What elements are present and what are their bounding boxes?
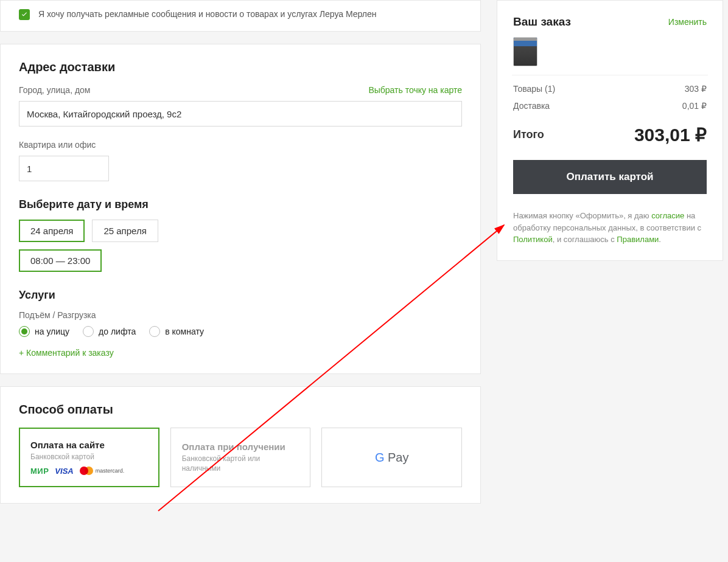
date-option-1[interactable]: 25 апреля	[92, 220, 158, 242]
lift-option-0[interactable]: на улицу	[19, 326, 69, 337]
address-input[interactable]	[19, 101, 462, 127]
payment-option-title: Оплата при получении	[182, 442, 299, 452]
marketing-checkbox[interactable]	[19, 9, 30, 20]
services-heading: Услуги	[19, 289, 462, 302]
radio-icon	[83, 326, 94, 337]
divider	[512, 75, 708, 75]
items-label: Товары (1)	[513, 84, 555, 94]
payment-option-onsite[interactable]: Оплата на сайте Банковской картой МИР VI…	[19, 428, 159, 487]
card-logos: МИР VISA mastercard.	[30, 467, 148, 476]
delivery-section: Адрес доставки Город, улица, дом Выбрать…	[0, 44, 481, 374]
lift-label: Подъём / Разгрузка	[19, 310, 462, 320]
mastercard-logo: mastercard.	[80, 467, 125, 475]
lift-option-label: на улицу	[35, 327, 69, 336]
payment-option-sub: Банковской картой или наличными	[182, 454, 299, 473]
add-comment-link[interactable]: + Комментарий к заказу	[19, 348, 462, 358]
delivery-price: 0,01 ₽	[682, 101, 707, 111]
visa-logo: VISA	[55, 467, 73, 476]
total-price: 303,01 ₽	[634, 124, 707, 145]
lift-option-label: до лифта	[99, 327, 136, 336]
apartment-label: Квартира или офис	[19, 140, 462, 150]
payment-section: Способ оплаты Оплата на сайте Банковской…	[0, 386, 481, 504]
lift-option-1[interactable]: до лифта	[83, 326, 136, 337]
mir-logo: МИР	[30, 467, 49, 476]
lift-option-2[interactable]: в комнату	[149, 326, 204, 337]
gpay-logo: G Pay	[333, 438, 450, 477]
order-summary: Ваш заказ Изменить Товары (1) 303 ₽ Дост…	[497, 0, 723, 261]
payment-option-gpay[interactable]: G Pay	[321, 428, 462, 487]
payment-option-onreceipt[interactable]: Оплата при получении Банковской картой и…	[170, 428, 311, 487]
pay-button[interactable]: Оплатить картой	[513, 160, 707, 194]
edit-order-link[interactable]: Изменить	[668, 17, 707, 27]
payment-heading: Способ оплаты	[19, 403, 462, 417]
rules-link[interactable]: Правилами	[617, 235, 659, 244]
agreement-footnote: Нажимая кнопку «Оформить», я даю согласи…	[513, 210, 707, 246]
mastercard-icon	[80, 467, 93, 475]
delivery-label: Доставка	[513, 101, 550, 111]
apartment-input[interactable]	[19, 156, 109, 181]
items-price: 303 ₽	[685, 84, 707, 94]
address-label: Город, улица, дом	[19, 85, 91, 95]
product-thumbnail	[513, 37, 537, 66]
policy-link[interactable]: Политикой	[513, 235, 553, 244]
consent-link[interactable]: согласие	[651, 211, 684, 220]
radio-icon	[149, 326, 160, 337]
payment-option-sub: Банковской картой	[30, 452, 148, 462]
date-time-heading: Выберите дату и время	[19, 198, 462, 211]
choose-on-map-link[interactable]: Выбрать точку на карте	[368, 85, 462, 95]
payment-option-title: Оплата на сайте	[30, 440, 148, 450]
date-option-0[interactable]: 24 апреля	[19, 220, 85, 242]
check-icon	[21, 10, 28, 19]
total-label: Итого	[513, 128, 544, 141]
delivery-heading: Адрес доставки	[19, 60, 462, 74]
marketing-label: Я хочу получать рекламные сообщения и но…	[38, 8, 377, 20]
radio-icon	[19, 326, 30, 337]
order-title: Ваш заказ	[513, 15, 571, 29]
time-option-0[interactable]: 08:00 — 23:00	[19, 249, 102, 272]
marketing-opt-in-section: Я хочу получать рекламные сообщения и но…	[0, 0, 481, 32]
lift-option-label: в комнату	[165, 327, 204, 336]
